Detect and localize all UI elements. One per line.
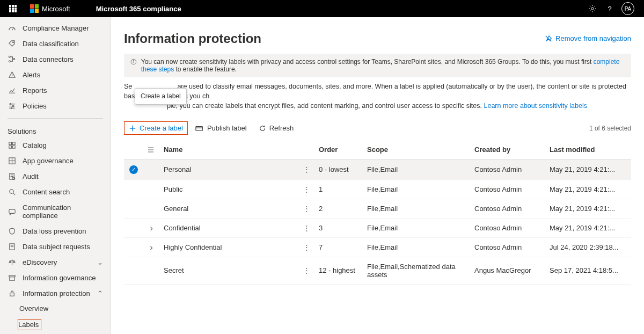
create-label-button[interactable]: Create a label [124,121,188,135]
sidebar-item-label: Communication compliance [23,204,103,220]
col-created-by[interactable]: Created by [470,140,545,159]
settings-gear-icon[interactable] [584,0,601,17]
gauge-icon [8,24,16,32]
sidebar-item-label: Alerts [23,71,103,79]
flow-icon [8,55,16,63]
svg-point-2 [12,42,13,43]
sidebar-item-data-connectors[interactable]: Data connectors [0,52,111,67]
sidebar-item-alerts[interactable]: Alerts [0,67,111,83]
svg-line-1 [12,28,13,31]
table-row[interactable]: Secret ⋮ 12 - highest File,Email,Schemat… [124,257,631,284]
refresh-button[interactable]: Refresh [254,122,298,134]
cell-order: 7 [314,237,363,257]
sidebar-item-label: Audit [23,172,103,180]
table-row[interactable]: General ⋮ 2 File,Email Contoso Admin May… [124,199,631,218]
svg-point-4 [9,61,10,62]
sidebar-item-data-loss-prevention[interactable]: Data loss prevention [0,223,111,239]
sidebar-item-data-subject-requests[interactable]: Data subject requests [0,239,111,255]
table-row[interactable]: Confidential ⋮ 3 File,Email Contoso Admi… [124,218,631,237]
remove-from-navigation-link[interactable]: Remove from navigation [545,31,631,42]
svg-point-5 [13,59,14,60]
cell-order: 1 [314,179,363,199]
sidebar: Compliance Manager Data classification D… [0,17,111,334]
doc-icon [8,243,16,251]
svg-point-24 [9,190,13,194]
help-icon[interactable]: ? [601,0,618,17]
chevron-up-icon: ⌃ [97,289,103,297]
chart-icon [8,86,16,95]
sliders-icon [8,102,16,110]
row-more-actions[interactable]: ⋮ [298,257,314,284]
sidebar-item-label: Policies [23,102,103,110]
app-launcher-icon[interactable] [4,0,21,17]
row-expand [143,257,159,284]
sidebar-item-label: Data subject requests [23,243,103,251]
publish-label-button[interactable]: Publish label [191,122,251,134]
row-checkbox[interactable] [124,218,143,237]
col-name[interactable]: Name [159,140,298,159]
cell-name: General [159,199,298,218]
sidebar-item-information-protection[interactable]: Information protection⌃ [0,286,111,301]
sidebar-item-label: Catalog [23,141,103,149]
reorder-column-icon[interactable] [143,140,159,159]
sidebar-item-label: App governance [23,157,103,165]
page-description: Se Create a label nsitivity labels are u… [124,82,631,111]
row-more-actions[interactable]: ⋮ [298,237,314,257]
sidebar-item-policies[interactable]: Policies [0,98,111,114]
row-more-actions[interactable]: ⋮ [298,218,314,237]
cell-scope: File,Email [363,179,470,199]
col-scope[interactable]: Scope [363,140,470,159]
sidebar-item-label: Compliance Manager [23,24,103,32]
sidebar-item-audit[interactable]: Audit [0,169,111,184]
svg-point-37 [133,60,134,61]
table-row[interactable]: Public ⋮ 1 File,Email Contoso Admin May … [124,179,631,199]
sidebar-subitem-overview[interactable]: Overview [19,301,111,316]
col-last-modified[interactable]: Last modified [545,140,631,159]
row-more-actions[interactable]: ⋮ [298,199,314,218]
svg-line-25 [13,193,15,195]
sidebar-item-data-classification[interactable]: Data classification [0,36,111,52]
chevron-right-icon [150,224,152,232]
row-more-actions[interactable]: ⋮ [298,179,314,199]
alert-icon [8,71,16,79]
row-expand[interactable] [143,237,159,257]
sidebar-subitem-labels[interactable]: Labels [19,316,111,333]
scale-icon [8,258,16,266]
sidebar-item-ediscovery[interactable]: eDiscovery⌄ [0,255,111,270]
learn-more-link[interactable]: Learn more about sensitivity labels [484,102,587,110]
row-checkbox[interactable] [124,237,143,257]
publish-label-text: Publish label [207,124,247,132]
sidebar-item-information-governance[interactable]: Information governance [0,270,111,286]
selection-count: 1 of 6 selected [301,125,631,132]
cell-last-modified: May 21, 2019 4:21:... [545,218,631,237]
row-checkbox[interactable] [124,257,143,284]
cell-scope: File,Email,Schematized data assets [363,257,470,284]
sidebar-item-reports[interactable]: Reports [0,83,111,98]
archive-icon [8,274,16,282]
sidebar-item-compliance-manager[interactable]: Compliance Manager [0,20,111,36]
sidebar-item-app-governance[interactable]: App governance [0,153,111,169]
tag-icon [8,40,16,48]
table-row[interactable]: Highly Confidential ⋮ 7 File,Email Conto… [124,237,631,257]
plus-icon [129,125,136,132]
svg-rect-15 [9,146,11,148]
row-checkbox[interactable] [124,199,143,218]
row-more-actions[interactable]: ⋮ [298,159,314,180]
svg-rect-14 [12,142,15,145]
col-order[interactable]: Order [314,140,363,159]
page-title: Information protection [124,31,261,46]
sidebar-item-label: Data classification [23,40,103,48]
svg-rect-16 [12,146,15,148]
sidebar-item-content-search[interactable]: Content search [0,184,111,200]
row-checkbox[interactable] [124,179,143,199]
microsoft-square-icon [30,4,39,13]
table-row[interactable]: ✓ Personal ⋮ 0 - lowest File,Email Conto… [124,159,631,180]
publish-icon [195,125,204,132]
row-checkbox[interactable]: ✓ [124,159,143,180]
sidebar-item-communication-compliance[interactable]: Communication compliance [0,200,111,223]
cell-scope: File,Email [363,218,470,237]
sidebar-item-catalog[interactable]: Catalog [0,137,111,153]
avatar[interactable]: PA [621,2,634,15]
row-expand[interactable] [143,218,159,237]
cell-created-by: Angus MacGregor [470,257,545,284]
